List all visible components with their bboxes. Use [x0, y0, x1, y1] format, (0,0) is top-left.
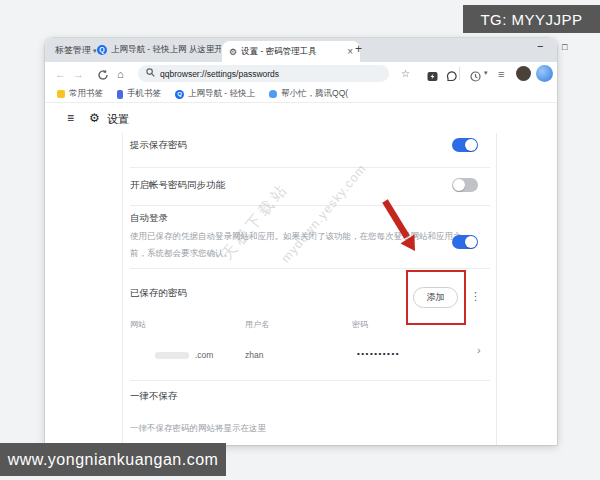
- bookmark-label: 帮小忙，腾讯QQ(: [281, 88, 348, 100]
- qq-nav-icon: Q: [175, 90, 184, 99]
- address-bar[interactable]: qqbrowser://settings/passwords: [138, 65, 389, 82]
- tab-home[interactable]: Q 上网导航 - 轻快上网 从这里开始: [97, 38, 221, 62]
- tab-settings[interactable]: ⚙ 设置 - 密码管理工具 ×: [222, 41, 360, 62]
- content-right-divider: [496, 133, 497, 445]
- annotation-highlight-box: [406, 270, 466, 325]
- main-menu-icon[interactable]: ≡: [498, 66, 504, 82]
- user-avatar[interactable]: [516, 66, 531, 81]
- saved-passwords-title: 已保存的密码: [130, 287, 187, 299]
- tab-manager-label: 标签管理: [55, 45, 91, 55]
- bookmark-label: 上网导航 - 轻快上: [188, 88, 255, 100]
- tab-home-label: 上网导航 - 轻快上网 从这里开始: [111, 44, 221, 56]
- watermark-bottom-left: www.yongniankuangan.com: [0, 443, 226, 476]
- back-icon[interactable]: ←: [55, 66, 66, 82]
- history-caret-icon[interactable]: ▾: [484, 69, 488, 77]
- window-minimize-button[interactable]: −: [537, 40, 543, 52]
- column-header-user: 用户名: [245, 319, 269, 330]
- toggle-auto-login[interactable]: [452, 235, 478, 249]
- row-label-sync: 开启帐号密码同步功能: [130, 179, 225, 191]
- toggle-knob: [465, 236, 477, 248]
- bookmark-label: 手机书签: [127, 88, 161, 100]
- cell-username: zhan: [245, 349, 263, 361]
- more-options-icon[interactable]: ⋮: [470, 290, 481, 303]
- toolbar-divider: [459, 67, 460, 80]
- auto-login-desc-2: 前，系统都会要求您确认。: [130, 247, 232, 259]
- settings-menu-icon[interactable]: ≡: [67, 111, 74, 125]
- address-url[interactable]: qqbrowser://settings/passwords: [160, 69, 279, 79]
- close-tab-icon[interactable]: ×: [347, 46, 353, 57]
- tab-strip: 标签管理▾ Q 上网导航 - 轻快上网 从这里开始 ⚙ 设置 - 密码管理工具 …: [45, 38, 557, 62]
- toggle-knob: [465, 139, 477, 151]
- toggle-sync[interactable]: [452, 178, 478, 192]
- bookmark-qq-help[interactable]: 帮小忙，腾讯QQ(: [269, 88, 348, 100]
- settings-gear-icon: ⚙: [89, 111, 100, 125]
- settings-header: ≡ ⚙ 设置: [45, 103, 557, 134]
- home-icon[interactable]: ⌂: [117, 66, 124, 82]
- forward-icon[interactable]: →: [73, 66, 84, 82]
- new-tab-button[interactable]: +: [355, 42, 362, 56]
- tab-settings-label: 设置 - 密码管理工具: [241, 46, 343, 58]
- never-save-hint: 一律不保存密码的网站将显示在这里: [130, 422, 266, 434]
- search-icon: [146, 68, 155, 79]
- row-divider: [130, 380, 490, 381]
- folder-icon: [57, 90, 65, 98]
- row-divider: [130, 268, 490, 269]
- speed-mode-icon[interactable]: [427, 68, 438, 86]
- chevron-right-icon[interactable]: ›: [477, 344, 481, 356]
- row-divider: [130, 205, 490, 206]
- bookmark-star-icon[interactable]: ☆: [401, 66, 410, 82]
- penguin-icon: [269, 90, 277, 98]
- phone-icon: [117, 90, 123, 99]
- browser-window: 标签管理▾ Q 上网导航 - 轻快上网 从这里开始 ⚙ 设置 - 密码管理工具 …: [45, 38, 557, 445]
- row-label-save-prompt: 提示保存密码: [130, 139, 187, 151]
- reload-icon[interactable]: [97, 67, 109, 85]
- bookmark-mobile[interactable]: 手机书签: [117, 88, 161, 100]
- qq-nav-icon: Q: [97, 45, 107, 55]
- tab-manager-button[interactable]: 标签管理▾: [55, 38, 97, 62]
- column-header-pass: 密码: [352, 319, 368, 330]
- toolbar: ← → ⌂ qqbrowser://settings/passwords ☆: [45, 62, 557, 86]
- watermark-top-right: TG: MYYJJPP: [463, 5, 600, 33]
- sidebar-divider: [122, 133, 123, 445]
- page-title: 设置: [107, 112, 129, 127]
- cell-site: .com: [195, 349, 213, 361]
- auto-login-title: 自动登录: [130, 212, 168, 224]
- never-save-title: 一律不保存: [130, 390, 178, 402]
- bookmarks-bar: 常用书签 手机书签 Q 上网导航 - 轻快上 帮小忙，腾讯QQ(: [45, 86, 557, 103]
- toggle-save-prompt[interactable]: [452, 138, 478, 152]
- bookmark-common[interactable]: 常用书签: [57, 88, 103, 100]
- profile-avatar[interactable]: [536, 65, 553, 82]
- toggle-knob: [453, 179, 465, 191]
- annotation-arrow: [375, 195, 425, 260]
- row-divider: [130, 167, 490, 168]
- bookmark-nav[interactable]: Q 上网导航 - 轻快上: [175, 88, 255, 100]
- screenshot-root: 标签管理▾ Q 上网导航 - 轻快上网 从这里开始 ⚙ 设置 - 密码管理工具 …: [0, 0, 600, 480]
- chevron-down-icon: ▾: [93, 47, 97, 54]
- cell-password-dots: ••••••••••: [357, 349, 400, 358]
- gear-icon: ⚙: [229, 47, 237, 57]
- history-clock-icon[interactable]: [470, 68, 481, 86]
- bookmark-label: 常用书签: [69, 88, 103, 100]
- window-maximize-button[interactable]: □: [562, 42, 567, 52]
- column-header-site: 网站: [130, 319, 146, 330]
- chat-bubble-icon[interactable]: [446, 68, 457, 86]
- site-favicon-blur: [155, 352, 189, 359]
